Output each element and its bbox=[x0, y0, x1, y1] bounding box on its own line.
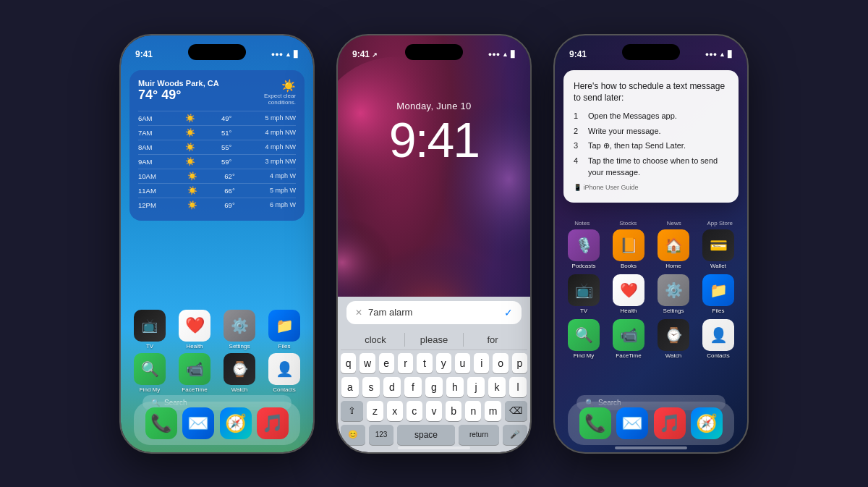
tab-appstore[interactable]: App Store bbox=[699, 218, 742, 229]
dock-music-3[interactable]: 🎵 bbox=[654, 407, 686, 439]
tab-stocks[interactable]: Stocks bbox=[607, 218, 650, 229]
key-u[interactable]: u bbox=[455, 353, 470, 373]
weather-location: Muir Woods Park, CA bbox=[138, 79, 219, 88]
dock-3: 📞 ✉️ 🎵 🧭 bbox=[568, 402, 734, 445]
weather-sun-icon: ☀️ bbox=[245, 79, 296, 93]
key-y[interactable]: y bbox=[436, 353, 451, 373]
findmy-icon: 🔍 bbox=[134, 353, 166, 385]
signal-icon-2: ●●● bbox=[488, 51, 500, 58]
status-icons-2: ●●● ▲ ▊ bbox=[488, 51, 516, 58]
app-icon-watch[interactable]: ⌚ Watch bbox=[219, 353, 260, 393]
key-x[interactable]: x bbox=[387, 401, 403, 421]
dock-1: 📞 ✉️ 🧭 🎵 bbox=[134, 402, 300, 445]
search-text-value[interactable]: 7am alarm bbox=[368, 307, 498, 318]
key-emoji[interactable]: 😊 bbox=[341, 425, 365, 445]
app-row-2: 🔍 Find My 📹 FaceTime ⌚ Watch 👤 Contacts bbox=[129, 353, 305, 393]
key-n[interactable]: n bbox=[465, 401, 481, 421]
key-s[interactable]: s bbox=[362, 377, 380, 397]
home-indicator-2 bbox=[398, 446, 470, 449]
key-z[interactable]: z bbox=[367, 401, 383, 421]
battery-icon-2: ▊ bbox=[511, 51, 516, 58]
app-icon-tv[interactable]: 📺 TV bbox=[129, 310, 170, 350]
key-l[interactable]: l bbox=[509, 377, 527, 397]
key-w[interactable]: w bbox=[359, 353, 375, 373]
key-g[interactable]: g bbox=[425, 377, 443, 397]
search-input-bar[interactable]: ✕ 7am alarm ✓ bbox=[346, 301, 522, 324]
key-j[interactable]: j bbox=[467, 377, 485, 397]
key-return[interactable]: return bbox=[459, 425, 499, 445]
dock-phone[interactable]: 📞 bbox=[145, 407, 177, 439]
lock-time: 9:41 bbox=[338, 115, 530, 164]
autocomplete-clock[interactable]: clock bbox=[346, 333, 405, 347]
app-wallet[interactable]: 💳 Wallet bbox=[698, 229, 739, 269]
app-grid-3-row1: 🎙️ Podcasts 📙 Books 🏠 Home 💳 Wallet bbox=[563, 229, 739, 269]
key-space[interactable]: space bbox=[397, 425, 455, 445]
tab-news[interactable]: News bbox=[652, 218, 696, 229]
app-health-3[interactable]: ❤️ Health bbox=[608, 274, 649, 314]
autocomplete-for[interactable]: for bbox=[464, 333, 522, 347]
app-icon-facetime[interactable]: 📹 FaceTime bbox=[174, 353, 215, 393]
key-k[interactable]: k bbox=[488, 377, 506, 397]
key-q[interactable]: q bbox=[341, 353, 356, 373]
key-123[interactable]: 123 bbox=[369, 425, 393, 445]
key-f[interactable]: f bbox=[404, 377, 422, 397]
key-t[interactable]: t bbox=[417, 353, 432, 373]
wallet-label: Wallet bbox=[710, 263, 726, 269]
key-b[interactable]: b bbox=[446, 401, 461, 421]
key-p[interactable]: p bbox=[512, 353, 527, 373]
dock-music[interactable]: 🎵 bbox=[257, 407, 289, 439]
dynamic-island-3 bbox=[622, 44, 680, 60]
weather-temps: 74° 49° bbox=[138, 88, 219, 103]
files-icon-3: 📁 bbox=[702, 274, 734, 306]
dock-mail[interactable]: ✉️ bbox=[182, 407, 214, 439]
autocomplete-please[interactable]: please bbox=[405, 333, 464, 347]
weather-expect: Expect clear conditions. bbox=[245, 93, 296, 106]
key-o[interactable]: o bbox=[493, 353, 508, 373]
key-d[interactable]: d bbox=[383, 377, 401, 397]
settings-icon-3: ⚙️ bbox=[658, 274, 689, 306]
key-delete[interactable]: ⌫ bbox=[505, 401, 527, 421]
app-files-3[interactable]: 📁 Files bbox=[698, 274, 739, 314]
app-facetime-3[interactable]: 📹 FaceTime bbox=[608, 319, 649, 359]
dynamic-island-1 bbox=[188, 44, 246, 60]
app-icon-settings[interactable]: ⚙️ Settings bbox=[219, 310, 260, 350]
app-books[interactable]: 📙 Books bbox=[608, 229, 649, 269]
dock-mail-3[interactable]: ✉️ bbox=[616, 407, 648, 439]
app-appletv-3[interactable]: 📺 TV bbox=[563, 274, 604, 314]
app-home[interactable]: 🏠 Home bbox=[653, 229, 694, 269]
dock-safari[interactable]: 🧭 bbox=[220, 407, 252, 439]
status-time-3: 9:41 bbox=[569, 49, 587, 59]
key-h[interactable]: h bbox=[446, 377, 464, 397]
app-icon-files[interactable]: 📁 Files bbox=[264, 310, 305, 350]
key-mic[interactable]: 🎤 bbox=[503, 425, 527, 445]
key-r[interactable]: r bbox=[398, 353, 413, 373]
tab-notes[interactable]: Notes bbox=[561, 218, 604, 229]
weather-row-6am: 6AM ☀️ 49° 5 mph NW bbox=[138, 111, 296, 125]
app-watch-3[interactable]: ⌚ Watch bbox=[653, 319, 694, 359]
key-a[interactable]: a bbox=[341, 377, 359, 397]
dynamic-island-2 bbox=[405, 44, 463, 60]
key-m[interactable]: m bbox=[485, 401, 501, 421]
weather-widget[interactable]: Muir Woods Park, CA 74° 49° ☀️ Expect cl… bbox=[129, 70, 305, 221]
dock-safari-3[interactable]: 🧭 bbox=[691, 407, 723, 439]
keyboard-row-a: a s d f g h j k l bbox=[341, 377, 527, 397]
watch-label-3: Watch bbox=[665, 352, 681, 359]
key-i[interactable]: i bbox=[474, 353, 489, 373]
key-e[interactable]: e bbox=[379, 353, 394, 373]
app-findmy-3[interactable]: 🔍 Find My bbox=[563, 319, 604, 359]
app-icon-findmy[interactable]: 🔍 Find My bbox=[129, 353, 170, 393]
app-settings-3[interactable]: ⚙️ Settings bbox=[653, 274, 694, 314]
key-c[interactable]: c bbox=[407, 401, 422, 421]
facetime-label: FaceTime bbox=[182, 386, 207, 393]
app-podcasts[interactable]: 🎙️ Podcasts bbox=[563, 229, 604, 269]
keyboard-area: ✕ 7am alarm ✓ clock please for q w e r t… bbox=[338, 297, 530, 452]
key-shift[interactable]: ⇧ bbox=[341, 401, 363, 421]
app-grid-3-row2: 📺 TV ❤️ Health ⚙️ Settings 📁 Files bbox=[563, 274, 739, 314]
key-v[interactable]: v bbox=[426, 401, 442, 421]
app-icon-contacts[interactable]: 👤 Contacts bbox=[264, 353, 305, 393]
app-icon-health[interactable]: ❤️ Health bbox=[174, 310, 215, 350]
books-label: Books bbox=[621, 263, 637, 269]
app-contacts-3[interactable]: 👤 Contacts bbox=[698, 319, 739, 359]
health-icon-3: ❤️ bbox=[613, 274, 644, 306]
dock-phone-3[interactable]: 📞 bbox=[579, 407, 611, 439]
